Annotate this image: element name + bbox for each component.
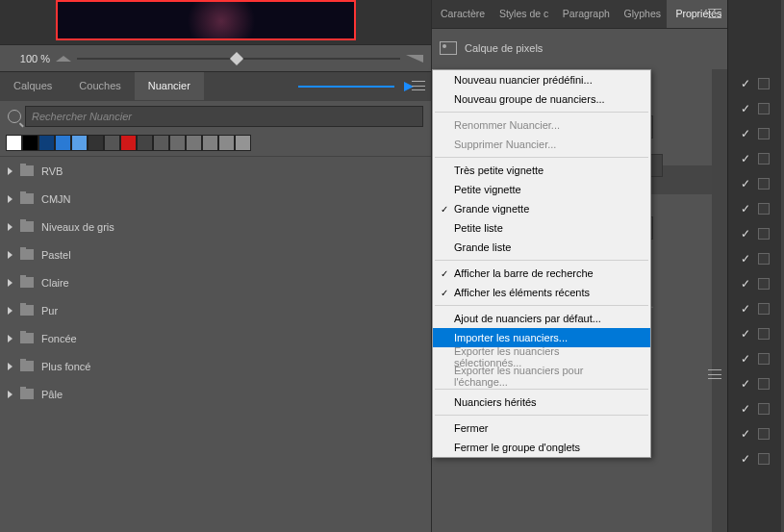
check-icon: ✓: [741, 252, 750, 266]
swatch[interactable]: [55, 135, 71, 151]
menu-close-group[interactable]: Fermer le groupe d'onglets: [433, 438, 650, 457]
tab-calques[interactable]: Calques: [0, 72, 65, 100]
swatch-folder-list: RVBCMJNNiveaux de grisPastelClairePurFon…: [0, 156, 431, 532]
visibility-row[interactable]: ✓: [741, 252, 770, 266]
folder-item[interactable]: Plus foncé: [0, 352, 431, 380]
folder-item[interactable]: Pastel: [0, 241, 431, 268]
canvas-thumbnail[interactable]: [56, 0, 356, 40]
checkbox[interactable]: [758, 78, 770, 89]
visibility-row[interactable]: ✓: [741, 152, 770, 165]
tab-glyphes[interactable]: Glyphes: [616, 0, 668, 28]
tab-paragraph[interactable]: Paragraph: [554, 0, 616, 28]
checkbox[interactable]: [758, 103, 770, 114]
swatch[interactable]: [88, 135, 104, 151]
folder-item[interactable]: Claire: [0, 268, 431, 296]
visibility-row[interactable]: ✓: [741, 402, 770, 416]
menu-new-preset[interactable]: Nouveau nuancier prédéfini...: [433, 70, 650, 89]
folder-item[interactable]: CMJN: [0, 185, 431, 213]
panel-menu-icon[interactable]: [412, 81, 425, 90]
menu-tiny-thumb[interactable]: Très petite vignette: [433, 161, 650, 180]
checkbox[interactable]: [758, 428, 770, 440]
folder-icon: [20, 221, 34, 232]
checkbox[interactable]: [758, 178, 770, 190]
menu-show-recent[interactable]: Afficher les éléments récents: [433, 283, 650, 302]
zoom-max-icon[interactable]: [406, 55, 423, 63]
visibility-row[interactable]: ✓: [741, 427, 770, 441]
search-input[interactable]: [25, 106, 423, 127]
swatch[interactable]: [235, 135, 251, 151]
folder-item[interactable]: Niveaux de gris: [0, 213, 431, 241]
visibility-row[interactable]: ✓: [741, 377, 770, 391]
swatch[interactable]: [137, 135, 153, 151]
swatch[interactable]: [22, 135, 38, 151]
tab-couches[interactable]: Couches: [65, 72, 134, 100]
tab-styles[interactable]: Styles de c: [491, 0, 554, 28]
folder-icon: [20, 277, 34, 288]
swatch[interactable]: [6, 135, 22, 151]
right-panel-menu-icon[interactable]: [708, 9, 721, 18]
visibility-row[interactable]: ✓: [741, 177, 770, 190]
swatch[interactable]: [153, 135, 169, 151]
check-icon: ✓: [741, 202, 750, 215]
swatch[interactable]: [120, 135, 137, 151]
zoom-slider[interactable]: [77, 51, 400, 66]
menu-large-thumb[interactable]: Grande vignette: [433, 199, 650, 218]
checkbox[interactable]: [758, 278, 770, 290]
folder-item[interactable]: RVB: [0, 157, 431, 185]
visibility-column: ✓✓✓✓✓✓✓✓✓✓✓✓✓✓✓✓: [727, 0, 781, 532]
checkbox[interactable]: [758, 153, 770, 165]
menu-show-search[interactable]: Afficher la barre de recherche: [433, 264, 650, 283]
checkbox[interactable]: [758, 203, 770, 215]
checkbox[interactable]: [758, 328, 770, 340]
folder-icon: [20, 193, 34, 204]
tab-caractere[interactable]: Caractère: [432, 0, 491, 28]
visibility-row[interactable]: ✓: [741, 277, 770, 291]
swatch[interactable]: [186, 135, 202, 151]
visibility-row[interactable]: ✓: [741, 227, 770, 241]
folder-item[interactable]: Pâle: [0, 380, 431, 408]
checkbox[interactable]: [758, 303, 770, 315]
menu-add-default[interactable]: Ajout de nuanciers par défaut...: [433, 309, 650, 328]
menu-legacy[interactable]: Nuanciers hérités: [433, 393, 650, 412]
zoom-handle[interactable]: [230, 51, 243, 64]
menu-small-thumb[interactable]: Petite vignette: [433, 180, 650, 199]
swatch[interactable]: [38, 135, 55, 151]
visibility-row[interactable]: ✓: [741, 77, 770, 90]
swatch[interactable]: [202, 135, 218, 151]
chevron-right-icon: [8, 195, 13, 203]
visibility-row[interactable]: ✓: [741, 352, 770, 366]
scrollbar[interactable]: [712, 69, 727, 532]
menu-close[interactable]: Fermer: [433, 418, 650, 438]
tab-nuancier[interactable]: Nuancier: [135, 72, 204, 100]
folder-item[interactable]: Pur: [0, 296, 431, 324]
visibility-row[interactable]: ✓: [741, 302, 770, 316]
checkbox[interactable]: [758, 253, 770, 265]
checkbox[interactable]: [758, 453, 770, 465]
chevron-right-icon: [8, 391, 13, 398]
layer-type-label: Calque de pixels: [465, 42, 543, 54]
swatch[interactable]: [104, 135, 120, 151]
menu-large-list[interactable]: Grande liste: [433, 238, 650, 257]
menu-new-group[interactable]: Nouveau groupe de nuanciers...: [433, 89, 650, 109]
swatch[interactable]: [218, 135, 235, 151]
check-icon: ✓: [741, 402, 750, 416]
visibility-row[interactable]: ✓: [741, 452, 770, 466]
zoom-value[interactable]: 100 %: [8, 53, 50, 64]
checkbox[interactable]: [758, 228, 770, 240]
zoom-min-icon[interactable]: [56, 56, 71, 62]
swatch[interactable]: [71, 135, 88, 151]
visibility-row[interactable]: ✓: [741, 327, 770, 341]
folder-item[interactable]: Foncée: [0, 324, 431, 352]
checkbox[interactable]: [758, 353, 770, 365]
checkbox[interactable]: [758, 378, 770, 390]
checkbox[interactable]: [758, 128, 770, 139]
visibility-row[interactable]: ✓: [741, 102, 770, 115]
check-icon: ✓: [741, 177, 750, 190]
swatch[interactable]: [169, 135, 186, 151]
menu-small-list[interactable]: Petite liste: [433, 218, 650, 238]
visibility-row[interactable]: ✓: [741, 127, 770, 140]
menu-import[interactable]: Importer les nuanciers...: [433, 328, 650, 347]
history-panel-menu-icon[interactable]: [708, 369, 721, 379]
checkbox[interactable]: [758, 403, 770, 415]
visibility-row[interactable]: ✓: [741, 202, 770, 215]
